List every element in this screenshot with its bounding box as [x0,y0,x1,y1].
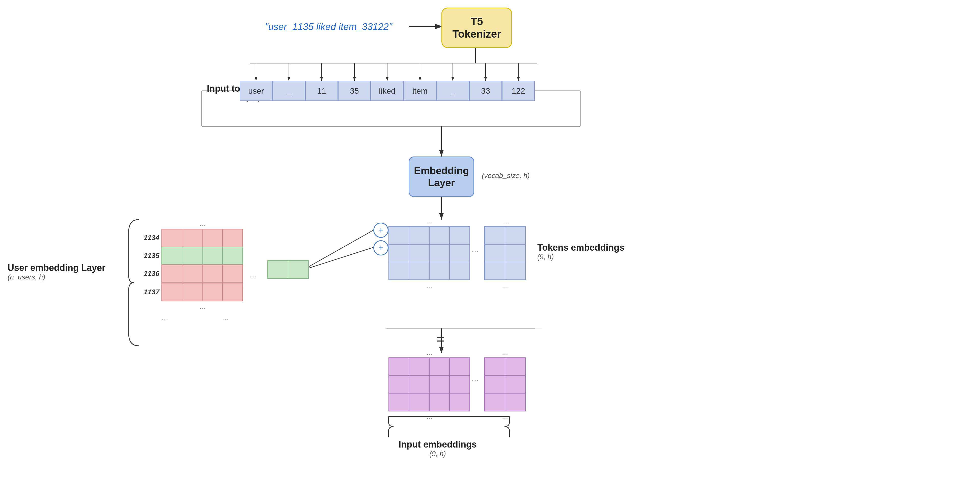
diagram: "user_1135 liked item_33122" T5 Tokenize… [0,0,980,496]
t5-tokenizer-box: T5 Tokenizer [441,8,512,48]
svg-line-24 [303,247,373,270]
plus-circle-1: + [373,223,388,238]
curly-brace-input-embed [386,414,512,439]
separator-line [386,328,542,329]
input-embeddings-label: Input embeddings (9, h) [399,439,477,458]
dots-between-pink: ... [250,270,256,279]
token-cell-0: user [240,81,272,101]
embedding-layer-box: Embedding Layer [409,156,474,197]
t5-label: T5 Tokenizer [453,15,501,41]
pink-matrix-main: ... 1134 1135 1136 [141,220,243,311]
dots-between-blue: ... [472,245,479,254]
pink-matrix-small [267,260,309,279]
token-cell-6: _ [436,81,469,101]
plus-circle-2: + [373,240,388,255]
pink-dots-bottom: ... [161,313,168,322]
equals-sign: = [436,331,445,347]
token-row: user _ 11 35 liked item _ 33 122 [240,81,535,101]
token-cell-5: item [404,81,436,101]
dots-between-purple: ... [472,373,479,383]
token-cell-4: liked [371,81,404,101]
tokens-embeddings-label: Tokens embeddings (9, h) [537,242,624,261]
embedding-label: Embedding Layer [414,164,469,189]
token-cell-2: 11 [305,81,338,101]
token-cell-7: 33 [469,81,502,101]
curly-brace-user [126,217,141,348]
svg-line-22 [303,230,373,270]
purple-matrix-main: ... ... [388,348,470,421]
blue-matrix-main: ... ... [388,217,470,289]
user-embedding-label: User embedding Layer (n_users, h) [8,263,105,281]
purple-matrix-small: ... ... [484,348,526,421]
input-text: "user_1135 liked item_33122" [265,21,392,32]
token-cell-3: 35 [338,81,371,101]
vocab-size-label: (vocab_size, h) [482,172,530,180]
token-cell-8: 122 [502,81,535,101]
pink-dots-bottom2: ... [222,313,229,322]
token-cell-1: _ [272,81,305,101]
blue-matrix-small: ... ... [484,217,526,289]
